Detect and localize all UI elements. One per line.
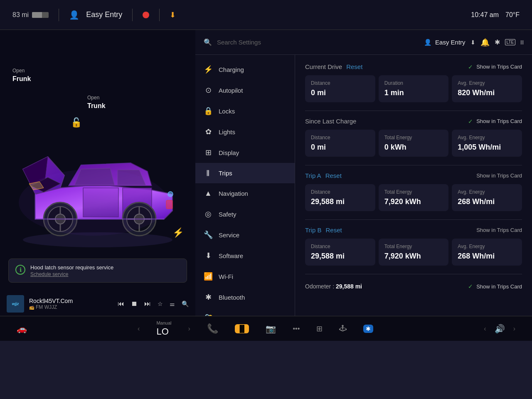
current-drive-title: Current Drive — [305, 63, 342, 70]
tb-energy-value: 7,920 kWh — [384, 252, 443, 261]
nav-forward-arrow[interactable]: › — [188, 325, 190, 332]
lightning-icon: ⚡ — [172, 227, 184, 238]
taskbar: 🚗 ‹ Manual LO › 📞 ▐▌ 📷 ••• ⊞ 🕹 ✱ ‹ 🔊 › — [0, 316, 532, 341]
nav-back-arrow[interactable]: ‹ — [138, 325, 140, 332]
search-media-button[interactable]: 🔍 — [182, 300, 189, 307]
sidebar-item-wifi[interactable]: 📶 Wi-Fi — [195, 266, 295, 287]
vol-forward[interactable]: › — [513, 325, 515, 332]
stat-card-tb-distance: Distance 29,588 mi — [305, 239, 375, 266]
divider-4 — [305, 274, 522, 274]
ta-avg-label: Avg. Energy — [458, 189, 516, 195]
sidebar-item-trips[interactable]: 𝍪 Trips — [195, 163, 295, 183]
sidebar-item-safety[interactable]: ◎ Safety — [195, 204, 295, 224]
trip-b-title: Trip B — [305, 227, 321, 234]
checkmark-icon: ✓ — [468, 64, 473, 70]
software-icon: ⬇ — [204, 251, 213, 260]
sidebar-item-bluetooth[interactable]: ✱ Bluetooth — [195, 287, 295, 308]
display-icon: ⊞ — [204, 148, 213, 157]
software-label: Software — [219, 252, 243, 259]
bluetooth-icon: ✱ — [204, 293, 213, 302]
show-trips-label: Show in Trips Card — [476, 64, 522, 70]
vol-back[interactable]: ‹ — [484, 325, 486, 332]
sidebar-item-charging[interactable]: ⚡ Charging — [195, 59, 295, 80]
volume-icon[interactable]: 🔊 — [495, 324, 505, 334]
sidebar-item-autopilot[interactable]: ⊙ Autopilot — [195, 80, 295, 101]
since-charge-trips-label: Show in Trips Card — [476, 118, 522, 124]
stat-card-slc-energy: Total Energy 0 kWh — [379, 130, 449, 157]
notif-message: Hood latch sensor requires service — [30, 264, 113, 271]
lte-badge: LTE — [505, 39, 516, 45]
sidebar-item-service[interactable]: 🔧 Service — [195, 224, 295, 245]
trip-a-reset[interactable]: Reset — [325, 172, 342, 179]
trip-a-header: Trip A Reset Show in Trips Card — [305, 172, 522, 179]
bluetooth-taskbar-icon[interactable]: ✱ — [363, 325, 373, 333]
trip-b-show-trips[interactable]: Show in Trips Card — [476, 227, 522, 233]
since-charge-title: Since Last Charge — [305, 118, 356, 125]
sidebar-item-display[interactable]: ⊞ Display — [195, 142, 295, 163]
trunk-part-name: Trunk — [87, 101, 106, 111]
taskbar-right: ‹ 🔊 › — [484, 324, 515, 334]
current-drive-reset[interactable]: Reset — [346, 63, 362, 70]
schedule-service-link[interactable]: Schedule service — [30, 271, 113, 277]
lock-icon[interactable]: 🔓 — [71, 117, 82, 128]
display-label: Display — [219, 149, 239, 156]
favorite-button[interactable]: ☆ — [158, 300, 163, 307]
lo-label: Manual — [156, 320, 171, 325]
trip-b-reset[interactable]: Reset — [325, 227, 342, 234]
sidebar-item-lights[interactable]: ✿ Lights — [195, 121, 295, 142]
joystick-icon[interactable]: 🕹 — [339, 324, 347, 333]
phone-icon[interactable]: 📞 — [207, 323, 218, 334]
autopilot-icon: ⊙ — [204, 86, 213, 95]
next-button[interactable]: ⏭ — [144, 300, 151, 308]
charging-icon: ⚡ — [204, 65, 213, 74]
slc-avg-label: Avg. Energy — [458, 135, 516, 140]
sidebar-item-upgrades[interactable]: 🔐 Upgrades — [195, 308, 295, 316]
download-header-icon[interactable]: ⬇ — [470, 39, 475, 46]
odometer-show-trips[interactable]: ✓ Show in Trips Card — [468, 283, 522, 290]
distance-value: 0 mi — [311, 89, 369, 97]
trip-a-show-trips[interactable]: Show in Trips Card — [476, 172, 522, 179]
status-bar-right: 10:47 am 70°F — [471, 11, 520, 19]
wifi-icon: 📶 — [204, 272, 213, 281]
temperature-display: 70°F — [505, 11, 520, 19]
sidebar-item-navigation[interactable]: ▲ Navigation — [195, 183, 295, 204]
car-icon[interactable]: 🚗 — [17, 324, 27, 334]
locks-label: Locks — [219, 108, 235, 115]
camera-icon[interactable]: 📷 — [266, 324, 276, 334]
slc-energy-value: 0 kWh — [384, 143, 443, 152]
stop-button[interactable]: ⏹ — [131, 300, 138, 308]
since-charge-stats: Distance 0 mi Total Energy 0 kWh Avg. En… — [305, 130, 522, 157]
current-drive-show-trips[interactable]: ✓ Show in Trips Card — [468, 64, 522, 70]
trip-b-header: Trip B Reset Show in Trips Card — [305, 227, 522, 234]
search-input[interactable]: Search Settings — [217, 39, 261, 46]
battery-bar — [32, 12, 49, 18]
distance-label: Distance — [311, 80, 369, 86]
prev-button[interactable]: ⏮ — [118, 300, 124, 308]
music-icon[interactable]: ▐▌ — [235, 324, 249, 333]
media-controls[interactable]: ⏮ ⏹ ⏭ ☆ ⚌ 🔍 — [118, 300, 189, 308]
odometer-info: Odometer : 29,588 mi — [305, 283, 362, 290]
stat-card-tb-energy: Total Energy 7,920 kWh — [379, 239, 449, 266]
battery-fill — [32, 12, 42, 18]
equalizer-button[interactable]: ⚌ — [170, 300, 175, 307]
checkmark-icon-2: ✓ — [468, 118, 473, 125]
status-bar: 83 mi 👤 Easy Entry ⬇ 10:47 am 70°F — [0, 0, 532, 30]
divider2 — [132, 9, 133, 21]
record-icon — [143, 12, 149, 18]
slc-energy-label: Total Energy — [384, 135, 443, 140]
bluetooth-label: Bluetooth — [219, 294, 245, 301]
sidebar-item-software[interactable]: ⬇ Software — [195, 245, 295, 266]
more-dots-icon[interactable]: ••• — [293, 325, 300, 332]
stat-card-tb-avg: Avg. Energy 268 Wh/mi — [452, 239, 522, 266]
sidebar-item-locks[interactable]: 🔒 Locks — [195, 101, 295, 121]
frunk-label[interactable]: Open Frunk — [12, 67, 31, 84]
easy-entry-header[interactable]: 👤 Easy Entry — [424, 39, 466, 46]
svg-point-16 — [168, 192, 173, 197]
trunk-label[interactable]: Open Trunk — [87, 94, 106, 111]
bluetooth-header-icon[interactable]: ✱ — [495, 38, 500, 46]
easy-entry-top[interactable]: Easy Entry — [86, 10, 122, 19]
lo-value: LO — [156, 326, 171, 337]
since-charge-show-trips[interactable]: ✓ Show in Trips Card — [468, 118, 522, 125]
bell-icon[interactable]: 🔔 — [480, 38, 490, 47]
grid-icon[interactable]: ⊞ — [316, 324, 323, 333]
